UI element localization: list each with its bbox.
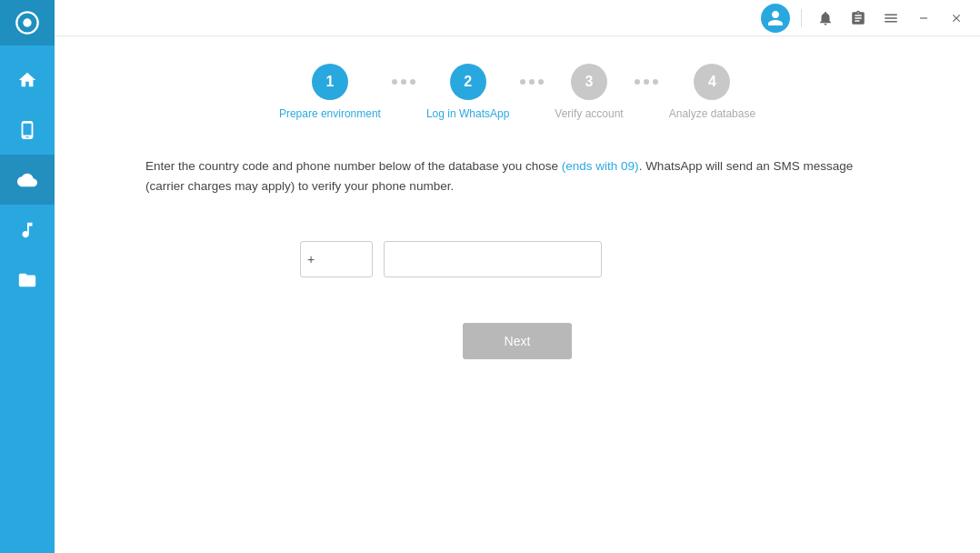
description-link: (ends with 09)	[562, 159, 639, 173]
step-1-label: Prepare environment	[279, 107, 381, 120]
step-dots-3-4	[635, 79, 658, 85]
clipboard-icon	[850, 10, 866, 26]
step-3-circle: 3	[571, 64, 607, 100]
titlebar	[55, 0, 980, 36]
step-dots-1-2	[392, 79, 415, 85]
hamburger-menu-icon	[883, 10, 899, 26]
home-icon	[17, 70, 37, 90]
step-dots-2-3	[520, 79, 544, 85]
dot	[635, 79, 640, 85]
sidebar-item-home[interactable]	[0, 55, 55, 105]
content-area: Enter the country code and phone number …	[55, 138, 980, 553]
step-2-number: 2	[464, 74, 472, 90]
dot	[644, 79, 649, 85]
titlebar-divider	[801, 9, 802, 27]
mobile-icon	[17, 120, 37, 140]
step-1-circle: 1	[312, 64, 348, 100]
sidebar-item-mobile[interactable]	[0, 105, 55, 155]
description-text: Enter the country code and phone number …	[145, 156, 889, 196]
dot	[410, 79, 415, 85]
dot	[401, 79, 406, 85]
phone-input-row: +	[145, 241, 889, 277]
country-code-input[interactable]	[300, 241, 373, 277]
dot	[653, 79, 658, 85]
sidebar-navigation	[0, 55, 55, 305]
step-4-number: 4	[708, 74, 716, 90]
close-button[interactable]	[944, 5, 969, 31]
step-1-number: 1	[325, 74, 334, 90]
button-row: Next	[145, 323, 889, 359]
step-4-label: Analyze database	[669, 107, 755, 120]
folder-icon	[17, 270, 37, 290]
step-1: 1 Prepare environment	[279, 64, 381, 120]
bell-icon	[817, 10, 834, 26]
cloud-icon	[17, 170, 37, 190]
sidebar-item-music[interactable]	[0, 205, 55, 255]
menu-button[interactable]	[878, 5, 904, 31]
svg-point-1	[23, 18, 31, 26]
phone-number-input[interactable]	[384, 241, 602, 277]
sidebar	[0, 0, 55, 553]
sidebar-item-folder[interactable]	[0, 255, 55, 305]
step-4: 4 Analyze database	[669, 64, 755, 120]
avatar[interactable]	[761, 4, 790, 33]
minimize-button[interactable]	[911, 5, 936, 31]
step-2-circle: 2	[450, 64, 486, 100]
clipboard-button[interactable]	[845, 5, 871, 31]
step-3-number: 3	[585, 74, 594, 90]
dot	[538, 79, 544, 85]
description-start: Enter the country code and phone number …	[145, 159, 562, 173]
step-3: 3 Verify account	[555, 64, 623, 120]
step-4-circle: 4	[694, 64, 730, 100]
minimize-icon	[917, 12, 930, 25]
music-icon	[17, 220, 37, 240]
logo-icon	[15, 10, 40, 35]
bell-button[interactable]	[813, 5, 838, 31]
sidebar-item-cloud[interactable]	[0, 155, 55, 205]
dot	[529, 79, 535, 85]
next-button[interactable]: Next	[463, 323, 572, 359]
steps-progress: 1 Prepare environment 2 Log in WhatsApp …	[55, 36, 980, 138]
step-2-label: Log in WhatsApp	[426, 107, 509, 120]
step-3-label: Verify account	[555, 107, 623, 120]
country-code-wrapper: +	[300, 241, 373, 277]
close-icon	[950, 12, 963, 25]
dot	[392, 79, 397, 85]
user-avatar-icon	[766, 9, 785, 27]
main-content: 1 Prepare environment 2 Log in WhatsApp …	[55, 0, 980, 553]
dot	[520, 79, 525, 85]
step-2: 2 Log in WhatsApp	[426, 64, 509, 120]
sidebar-logo	[0, 0, 55, 45]
